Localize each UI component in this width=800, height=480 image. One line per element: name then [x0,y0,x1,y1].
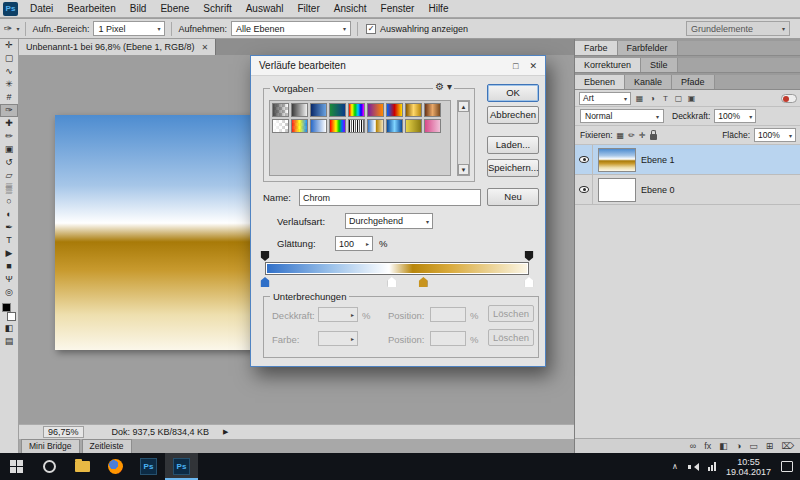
gradient-preset-white-to-transparent[interactable] [272,119,289,133]
gradient-preset-rainbow[interactable] [329,119,346,133]
gradient-preset-rainbow-transparent[interactable] [291,119,308,133]
filter-smart-objects-icon[interactable]: ▣ [686,94,697,103]
dodge-tool[interactable]: ◐ [0,208,18,221]
sample-layers-dropdown[interactable]: Alle Ebenen ▾ [231,21,351,36]
lock-all-icon[interactable] [650,134,657,140]
color-swatches[interactable] [0,302,18,322]
tab-farbfelder[interactable]: Farbfelder [618,41,678,55]
layer-style-icon[interactable]: fx [704,439,711,453]
layer-thumbnail[interactable] [598,178,636,202]
lock-position-icon[interactable]: ✛ [639,131,646,140]
blur-tool[interactable]: ○ [0,195,18,208]
preset-scrollbar[interactable]: ▲ ▼ [457,100,470,176]
eyedropper-tool[interactable]: ✑ [0,104,18,117]
photoshop-taskbar-button-active[interactable]: Ps [165,453,198,480]
delete-color-stop-button[interactable]: Löschen [488,329,534,346]
lock-pixels-icon[interactable]: ✏ [628,131,635,140]
menu-item[interactable]: Ebene [153,0,196,17]
cortana-button[interactable] [33,453,66,480]
zoom-level-field[interactable]: 96,75% [43,426,84,438]
tool-preset-dropdown-icon[interactable]: ▾ [16,25,19,32]
filter-type-layers-icon[interactable]: T [660,94,671,103]
menu-item[interactable]: Ansicht [327,0,374,17]
visibility-toggle[interactable] [575,145,593,175]
crop-tool[interactable]: # [0,91,18,104]
file-explorer-button[interactable] [66,453,99,480]
tray-expand-icon[interactable]: ∧ [672,462,678,471]
gradient-type-dropdown[interactable]: Durchgehend ▾ [345,213,433,229]
stop-opacity-input[interactable]: ▸ [318,307,358,322]
document-tab[interactable]: Unbenannt-1 bei 96,8% (Ebene 1, RGB/8) ✕ [19,39,216,55]
cancel-button[interactable]: Abbrechen [487,106,539,124]
path-selection-tool[interactable]: ▶ [0,247,18,260]
stop-position-input[interactable] [430,307,466,322]
gradient-preset-gold[interactable] [405,103,422,117]
close-icon[interactable]: ✕ [529,61,537,71]
layer-row-ebene-1[interactable]: Ebene 1 [575,145,800,175]
tab-pfade[interactable]: Pfade [672,75,715,89]
scroll-down-icon[interactable]: ▼ [458,164,469,175]
scroll-up-icon[interactable]: ▲ [458,101,469,112]
shape-tool[interactable]: ■ [0,260,18,273]
tab-farbe[interactable]: Farbe [575,41,618,55]
volume-icon[interactable] [688,462,698,472]
gradient-name-input[interactable]: Chrom [299,189,481,206]
background-color-swatch[interactable] [7,312,16,321]
gradient-preset-green-blue[interactable] [329,103,346,117]
menu-item[interactable]: Bearbeiten [60,0,122,17]
stop-position-input[interactable] [430,331,466,346]
eraser-tool[interactable]: ▱ [0,169,18,182]
gradient-preset-fg-to-bg[interactable] [291,103,308,117]
gradient-preset-chrome[interactable] [367,119,384,133]
gradient-preset-violet-orange[interactable] [367,103,384,117]
menu-item[interactable]: Hilfe [421,0,455,17]
sample-size-dropdown[interactable]: 1 Pixel ▾ [93,21,165,36]
gradient-preset-yellow[interactable] [405,119,422,133]
layer-mask-icon[interactable]: ◧ [719,439,728,453]
gradient-preset-copper[interactable] [424,103,441,117]
history-brush-tool[interactable]: ↺ [0,156,18,169]
layer-fill-dropdown[interactable]: 100% ▾ [754,128,796,142]
maximize-icon[interactable]: □ [513,61,518,71]
hand-tool[interactable]: Ψ [0,273,18,286]
tab-zeitleiste[interactable]: Zeitleiste [82,439,132,453]
color-stop-white-end[interactable] [525,277,534,287]
taskbar-clock[interactable]: 10:55 19.04.2017 [726,457,771,477]
visibility-toggle[interactable] [575,175,593,205]
network-icon[interactable] [708,462,716,471]
new-layer-icon[interactable]: ⊞ [766,439,774,453]
opacity-stop-left[interactable] [261,251,270,261]
show-sampling-ring-checkbox[interactable]: ✓ [366,24,376,34]
color-stop-gold[interactable] [419,277,428,287]
link-layers-icon[interactable]: ∞ [690,439,696,453]
close-tab-icon[interactable]: ✕ [202,40,209,55]
menu-item[interactable]: Datei [23,0,60,17]
lock-transparency-icon[interactable]: ▦ [617,131,625,140]
gradient-preview-bar[interactable] [265,262,529,275]
dialog-title-bar[interactable]: Verläufe bearbeiten □ ✕ [251,56,545,76]
gradient-preset-pink[interactable] [424,119,441,133]
layer-name[interactable]: Ebene 0 [641,185,675,195]
tab-stile[interactable]: Stile [641,58,678,72]
gradient-tool[interactable]: ▒ [0,182,18,195]
gear-menu-icon[interactable]: ⚙ ▾ [433,81,454,92]
firefox-button[interactable] [99,453,132,480]
gradient-preset-blue-red-yellow[interactable] [386,103,403,117]
opacity-stop-right[interactable] [525,251,534,261]
quick-mask-button[interactable]: ◧ [0,322,18,335]
move-tool[interactable]: ✛ [0,39,18,52]
adjustment-layer-icon[interactable]: ◑ [736,439,741,453]
layer-filter-toggle[interactable] [781,94,797,103]
tab-korrekturen[interactable]: Korrekturen [575,58,641,72]
filter-shape-layers-icon[interactable]: ▢ [673,94,684,103]
pen-tool[interactable]: ✒ [0,221,18,234]
filter-adjustment-layers-icon[interactable]: ◑ [647,94,658,103]
gradient-preset-blue-metal[interactable] [386,119,403,133]
gradient-preset-noise[interactable] [348,119,365,133]
delete-opacity-stop-button[interactable]: Löschen [488,305,534,322]
layer-group-icon[interactable]: ▭ [749,439,758,453]
slider-popup-icon[interactable]: ▸ [366,240,369,247]
smoothness-input[interactable]: 100 ▸ [335,236,373,251]
menu-item[interactable]: Schrift [196,0,238,17]
clone-stamp-tool[interactable]: ▣ [0,143,18,156]
